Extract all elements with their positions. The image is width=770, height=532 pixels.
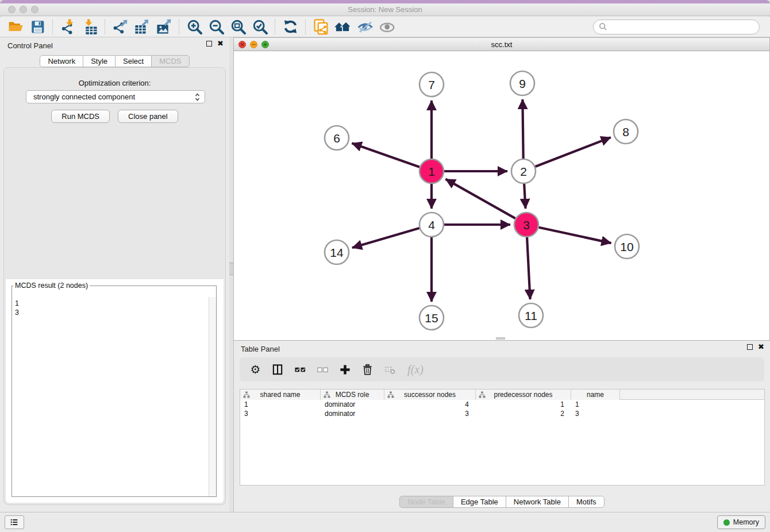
graph-node-11[interactable]: 11 (519, 303, 543, 327)
result-scrollbar[interactable] (209, 297, 216, 496)
tab-network-table[interactable]: Network Table (506, 496, 569, 508)
table-float-panel-icon[interactable] (747, 344, 753, 350)
graph-edge-3-10[interactable] (539, 228, 611, 243)
table-close-panel-icon[interactable]: ✖ (758, 344, 764, 350)
float-panel-icon[interactable] (206, 41, 212, 47)
zoom-fit-button[interactable] (227, 18, 249, 36)
graph-node-6[interactable]: 6 (325, 126, 349, 150)
tab-network[interactable]: Network (40, 55, 83, 67)
graph-edge-2-9[interactable] (522, 99, 523, 159)
zoom-out-button[interactable] (205, 18, 227, 36)
export-network-button[interactable] (109, 18, 131, 36)
cell-predecessor-nodes[interactable]: 2 (476, 409, 571, 418)
graph-node-14[interactable]: 14 (325, 240, 349, 264)
svg-text:4: 4 (428, 218, 435, 232)
graph-edge-4-14[interactable] (352, 228, 419, 248)
import-table-button[interactable] (79, 18, 101, 36)
tab-motifs[interactable]: Motifs (568, 496, 605, 508)
graph-node-10[interactable]: 10 (615, 234, 639, 259)
task-history-button[interactable] (5, 515, 24, 529)
save-session-button[interactable] (26, 18, 48, 36)
column-header-successor-nodes[interactable]: successor nodes (384, 390, 476, 400)
import-table-icon (82, 18, 98, 35)
save-session-icon (29, 18, 46, 35)
cell-shared-name[interactable]: 1 (240, 400, 321, 409)
panel-divider-grab[interactable] (229, 263, 233, 275)
graph-edge-2-3[interactable] (524, 184, 525, 209)
settings-button[interactable]: ⚙ (249, 363, 262, 376)
mcds-result-list[interactable]: 13 (12, 298, 208, 496)
tab-node-table[interactable]: Node Table (399, 496, 453, 508)
show-all-button[interactable] (375, 18, 397, 36)
close-panel-icon[interactable]: ✖ (217, 41, 224, 47)
close-panel-button[interactable]: Close panel (118, 110, 178, 123)
criterion-select[interactable]: strongly connected component (26, 90, 205, 103)
hide-selected-icon (356, 18, 373, 35)
open-session-button[interactable] (5, 18, 26, 36)
panel-divider[interactable] (229, 37, 233, 512)
show-columns-button[interactable] (271, 363, 284, 376)
zoom-selected-button[interactable] (249, 18, 271, 36)
graph-node-7[interactable]: 7 (419, 72, 444, 97)
cell-shared-name[interactable]: 3 (240, 409, 321, 418)
select-stepper-icon (195, 93, 200, 101)
hierarchy-icon (479, 391, 486, 398)
graph-edge-3-11[interactable] (527, 237, 530, 299)
status-bar: Memory (0, 512, 770, 532)
delete-row-button[interactable] (361, 363, 374, 376)
graph-edge-1-6[interactable] (352, 143, 419, 167)
memory-button[interactable]: Memory (717, 515, 765, 529)
graph-node-8[interactable]: 8 (614, 119, 638, 144)
hide-selected-button[interactable] (353, 18, 375, 36)
split-grab-handle[interactable] (496, 337, 505, 340)
tab-style[interactable]: Style (83, 55, 116, 67)
graph-node-15[interactable]: 15 (419, 306, 444, 330)
search-box[interactable] (593, 20, 760, 34)
deselect-all-button[interactable] (316, 363, 329, 376)
zoom-in-button[interactable] (183, 18, 205, 36)
cell-predecessor-nodes[interactable]: 1 (476, 400, 571, 409)
column-header-predecessor-nodes[interactable]: predecessor nodes (476, 390, 571, 400)
graph-node-3[interactable]: 3 (514, 213, 538, 237)
cell-successor-nodes[interactable]: 4 (384, 400, 476, 409)
table-row[interactable]: 3dominator323 (240, 409, 764, 418)
cell-successor-nodes[interactable]: 3 (384, 409, 476, 418)
select-all-button[interactable] (294, 363, 307, 376)
control-panel-title: Control Panel (7, 41, 53, 50)
graph-node-9[interactable]: 9 (510, 71, 534, 95)
export-table-button[interactable] (131, 18, 153, 36)
network-canvas[interactable]: 7968124314101511 (234, 51, 769, 340)
application-window: Session: New Session Control Panel ✖ Net… (0, 0, 770, 532)
column-header-mcds-role[interactable]: MCDS role (321, 390, 384, 400)
graph-node-4[interactable]: 4 (419, 213, 444, 237)
zoom-selected-icon (252, 18, 268, 35)
graph-node-1[interactable]: 1 (419, 159, 444, 183)
graph-node-2[interactable]: 2 (511, 159, 536, 183)
run-mcds-button[interactable]: Run MCDS (51, 110, 110, 123)
network-overview-button[interactable] (332, 18, 353, 36)
export-image-button[interactable] (153, 18, 175, 36)
network-from-selection-button[interactable] (310, 18, 332, 36)
show-columns-icon (272, 364, 284, 376)
cell-name[interactable]: 3 (571, 409, 620, 418)
tab-mcds[interactable]: MCDS (151, 55, 189, 67)
tab-edge-table[interactable]: Edge Table (453, 496, 506, 508)
import-network-button[interactable] (57, 18, 79, 36)
cell-name[interactable]: 1 (571, 400, 620, 409)
tab-select[interactable]: Select (115, 55, 152, 67)
cell-mcds-role[interactable]: dominator (321, 400, 384, 409)
column-header-name[interactable]: name (571, 390, 620, 400)
apply-layout-button[interactable] (279, 18, 301, 36)
graph-edge-2-8[interactable] (536, 137, 611, 167)
network-graph: 7968124314101511 (234, 51, 769, 340)
cell-mcds-role[interactable]: dominator (321, 409, 384, 418)
search-input[interactable] (611, 22, 754, 32)
toolbar-separator (275, 20, 275, 34)
table-row[interactable]: 1dominator411 (240, 400, 764, 409)
network-from-selection-icon (313, 18, 329, 35)
function-builder-icon: f(x) (407, 363, 424, 376)
column-header-shared-name[interactable]: shared name (240, 390, 321, 400)
insert-row-button[interactable] (338, 363, 352, 376)
graph-edge-3-1[interactable] (445, 179, 515, 219)
zoom-in-icon (186, 18, 203, 35)
